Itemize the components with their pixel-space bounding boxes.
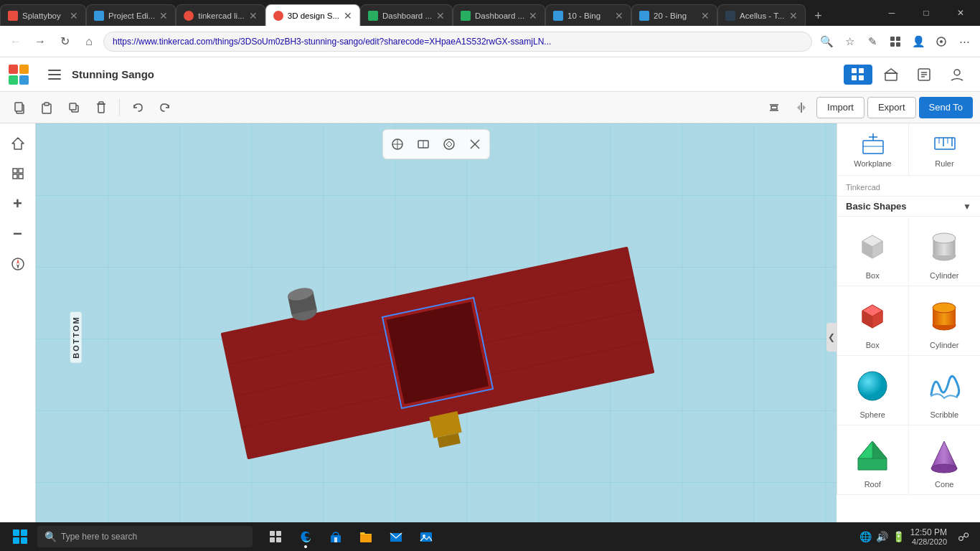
edge-browser-taskbar[interactable] bbox=[291, 522, 320, 551]
minimize-button[interactable]: ─ bbox=[875, 0, 908, 26]
align-button[interactable] bbox=[762, 95, 786, 120]
tab-close-btn[interactable]: ✕ bbox=[615, 10, 623, 22]
photos-taskbar[interactable] bbox=[412, 522, 440, 551]
tab-favicon bbox=[94, 11, 104, 21]
favorites-button[interactable]: ✎ bbox=[862, 32, 882, 52]
shape-tool-2[interactable] bbox=[412, 133, 435, 156]
home-button[interactable]: ⌂ bbox=[79, 32, 99, 52]
tab-bing-10[interactable]: 10 - Bing ✕ bbox=[545, 4, 631, 26]
start-button[interactable] bbox=[6, 522, 34, 551]
tab-splattyboy[interactable]: Splattyboy ✕ bbox=[0, 4, 86, 26]
svg-rect-96 bbox=[334, 537, 337, 542]
shape-category-dropdown[interactable]: Basic Shapes ▼ bbox=[837, 197, 980, 217]
ruler-tool[interactable]: Ruler bbox=[909, 123, 980, 175]
maximize-button[interactable]: □ bbox=[910, 0, 943, 26]
compass-button[interactable] bbox=[5, 251, 31, 277]
search-bar[interactable]: 🔍 Type here to search bbox=[37, 526, 253, 547]
undo-button[interactable] bbox=[126, 95, 150, 120]
shape-tool-3[interactable] bbox=[438, 133, 461, 156]
profile-button[interactable]: 👤 bbox=[908, 32, 928, 52]
copy-button[interactable] bbox=[7, 95, 32, 120]
build-view-button[interactable] bbox=[877, 65, 905, 85]
hamburger-menu[interactable] bbox=[43, 63, 66, 86]
shape-label-cylinder-grey: Cylinder bbox=[930, 271, 958, 280]
paste-button[interactable] bbox=[34, 95, 59, 120]
cylinder-orange-visual bbox=[923, 295, 966, 338]
tab-close-btn[interactable]: ✕ bbox=[70, 10, 78, 22]
tab-close-btn[interactable]: ✕ bbox=[249, 10, 258, 22]
task-view-button[interactable] bbox=[261, 522, 290, 551]
collapse-panel-button[interactable]: ❮ bbox=[826, 323, 837, 352]
zoom-out-button[interactable]: − bbox=[5, 221, 31, 247]
volume-icon[interactable]: 🔊 bbox=[876, 531, 888, 542]
collections-button[interactable] bbox=[885, 32, 905, 52]
tinkercad-logo[interactable] bbox=[9, 60, 37, 89]
forward-button[interactable]: → bbox=[30, 32, 50, 52]
shape-item-cylinder-grey[interactable]: Cylinder bbox=[909, 217, 981, 286]
system-clock[interactable]: 12:50 PM 4/28/2020 bbox=[910, 527, 947, 546]
tab-acellus[interactable]: Acellus - T... ✕ bbox=[717, 4, 805, 26]
store-taskbar[interactable] bbox=[321, 522, 350, 551]
address-input[interactable] bbox=[103, 32, 812, 52]
tab-project-edi[interactable]: Project Edi... ✕ bbox=[86, 4, 176, 26]
export-button[interactable]: Export bbox=[867, 97, 916, 118]
tab-bing-20[interactable]: 20 - Bing ✕ bbox=[631, 4, 717, 26]
duplicate-button[interactable] bbox=[62, 95, 86, 120]
shape-item-cylinder-orange[interactable]: Cylinder bbox=[909, 286, 981, 356]
logo-cell-green bbox=[9, 75, 18, 85]
tab-close-btn[interactable]: ✕ bbox=[344, 10, 352, 22]
more-button[interactable]: ⋯ bbox=[954, 32, 974, 52]
network-icon[interactable]: 🌐 bbox=[859, 531, 872, 542]
shape-item-roof[interactable]: Roof bbox=[837, 425, 909, 495]
right-panel: Workplane Ruler bbox=[837, 123, 980, 495]
tab-close-btn[interactable]: ✕ bbox=[529, 10, 537, 22]
tab-close-btn[interactable]: ✕ bbox=[789, 10, 798, 22]
tab-close-btn[interactable]: ✕ bbox=[159, 10, 168, 22]
tab-tinkercad-li[interactable]: tinkercad li... ✕ bbox=[176, 4, 265, 26]
zoom-in-button[interactable]: + bbox=[5, 191, 31, 217]
home-view-button[interactable] bbox=[5, 131, 31, 156]
file-explorer-taskbar[interactable] bbox=[352, 522, 380, 551]
close-button[interactable]: ✕ bbox=[944, 0, 977, 26]
grid-view-button[interactable] bbox=[844, 65, 872, 85]
extensions-button[interactable] bbox=[931, 32, 951, 52]
3d-objects bbox=[36, 123, 837, 551]
shape-item-scribble[interactable]: Scribble bbox=[909, 356, 981, 425]
tab-close-btn[interactable]: ✕ bbox=[701, 10, 710, 22]
shape-item-sphere[interactable]: Sphere bbox=[837, 356, 909, 425]
tools-row: Workplane Ruler bbox=[837, 123, 980, 176]
windows-logo bbox=[13, 529, 27, 544]
shape-item-cone[interactable]: Cone bbox=[909, 425, 981, 495]
new-tab-button[interactable]: + bbox=[809, 6, 829, 26]
delete-button[interactable] bbox=[89, 95, 113, 120]
tab-3d-design[interactable]: 3D design S... ✕ bbox=[265, 4, 360, 26]
svg-rect-34 bbox=[19, 169, 23, 173]
shape-item-box-red[interactable]: Box bbox=[837, 286, 909, 356]
simulate-button[interactable] bbox=[910, 65, 938, 85]
viewport[interactable]: BOTTOM bbox=[36, 123, 837, 551]
mirror-button[interactable] bbox=[789, 95, 814, 120]
cylinder-grey-visual bbox=[923, 225, 966, 268]
fit-view-button[interactable] bbox=[5, 161, 31, 187]
shape-tool-1[interactable] bbox=[386, 133, 409, 156]
mail-taskbar[interactable] bbox=[382, 522, 410, 551]
sendto-button[interactable]: Send To bbox=[919, 97, 973, 118]
tab-dashboard1[interactable]: Dashboard ... ✕ bbox=[360, 4, 453, 26]
workplane-tool[interactable]: Workplane bbox=[837, 123, 909, 175]
import-button[interactable]: Import bbox=[816, 97, 864, 118]
svg-rect-61 bbox=[863, 141, 883, 154]
shape-tool-4[interactable] bbox=[463, 133, 486, 156]
battery-icon[interactable]: 🔋 bbox=[892, 531, 905, 542]
redo-button[interactable] bbox=[153, 95, 177, 120]
bookmark-button[interactable]: ☆ bbox=[839, 32, 859, 52]
refresh-button[interactable]: ↻ bbox=[55, 32, 75, 52]
notification-button[interactable]: ☍ bbox=[953, 522, 974, 551]
search-icon: 🔍 bbox=[44, 531, 57, 542]
toolbar: Import Export Send To bbox=[0, 92, 980, 123]
tab-dashboard2[interactable]: Dashboard ... ✕ bbox=[453, 4, 545, 26]
shape-item-box-grey[interactable]: Box bbox=[837, 217, 909, 286]
zoom-button[interactable]: 🔍 bbox=[816, 32, 837, 52]
back-button[interactable]: ← bbox=[6, 32, 26, 52]
account-button[interactable] bbox=[943, 65, 971, 85]
tab-close-btn[interactable]: ✕ bbox=[436, 10, 445, 22]
